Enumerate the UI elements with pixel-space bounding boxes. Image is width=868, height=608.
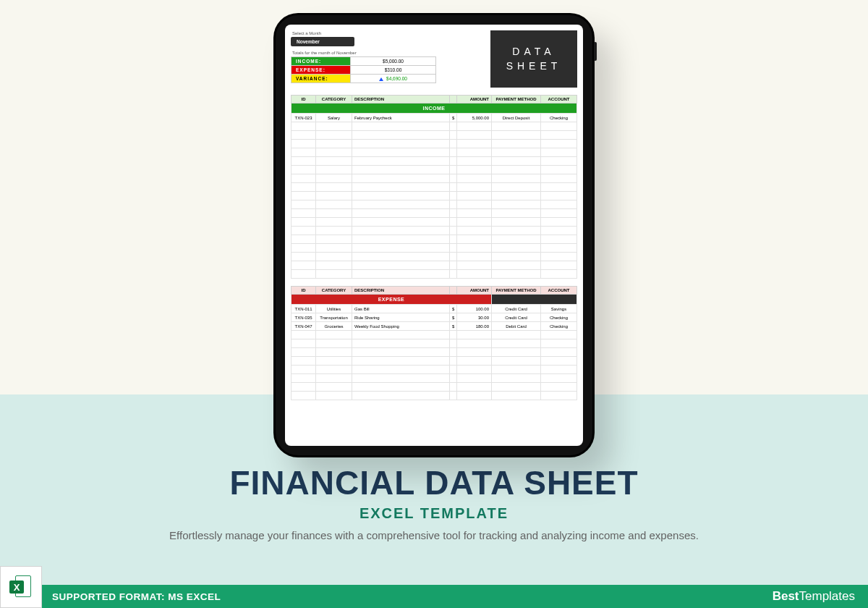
spreadsheet: Select a Month November Totals for the m… [291,30,577,400]
table-row-empty[interactable] [292,140,577,148]
col-amount: AMOUNT [457,96,492,104]
table-row-empty[interactable] [292,209,577,218]
brand-light: Templates [799,589,855,603]
data-sheet-badge: DATA SHEET [490,30,577,88]
table-row-empty[interactable] [292,227,577,235]
select-month-label: Select a Month [291,30,490,37]
table-row-empty[interactable] [292,174,577,183]
table-row-empty[interactable] [292,392,577,400]
month-selector[interactable]: November [291,37,354,46]
totals-table: INCOME: $5,000.00 EXPENSE: $310.00 VARIA… [291,56,436,83]
brand-logo: BestTemplates [773,589,855,604]
table-row-empty[interactable] [292,218,577,227]
table-row-empty[interactable] [292,235,577,244]
col-currency [450,287,457,295]
totals-variance-value: $4,690.00 [351,75,436,83]
supported-format: SUPPORTED FORMAT: MS EXCEL [52,591,221,602]
badge-line1: DATA [512,45,555,59]
col-id: ID [292,287,316,295]
col-description: DESCRIPTION [352,287,450,295]
page-subtitle: EXCEL TEMPLATE [0,505,868,522]
totals-income-label: INCOME: [292,57,351,66]
table-row[interactable]: TXN-011UtilitiesGas Bill$100.00Credit Ca… [292,305,577,313]
badge-line2: SHEET [506,59,562,74]
variance-amount: $4,690.00 [386,76,407,81]
col-id: ID [292,96,316,104]
table-row-empty[interactable] [292,339,577,348]
col-category: CATEGORY [316,287,352,295]
table-row-empty[interactable] [292,366,577,374]
expense-title-dark [492,295,577,305]
col-amount: AMOUNT [457,287,492,295]
table-row-empty[interactable] [292,331,577,339]
table-row-empty[interactable] [292,383,577,392]
table-row[interactable]: TXN-047GroceriesWeekly Food Shopping$180… [292,322,577,331]
col-currency [450,96,457,104]
footer-bar: X SUPPORTED FORMAT: MS EXCEL BestTemplat… [0,585,868,608]
table-row-empty[interactable] [292,244,577,253]
table-row-empty[interactable] [292,374,577,383]
table-row-empty[interactable] [292,357,577,366]
brand-bold: Best [773,589,799,603]
col-payment: PAYMENT METHOD [492,287,541,295]
table-row[interactable]: TXN-023SalaryFebruary Paycheck$5,000.00D… [292,114,577,122]
totals-caption: Totals for the month of November [291,51,490,55]
table-row-empty[interactable] [292,122,577,131]
table-row-empty[interactable] [292,261,577,270]
table-row-empty[interactable] [292,200,577,209]
income-title: INCOME [292,104,577,114]
table-row-empty[interactable] [292,253,577,261]
page-title: FINANCIAL DATA SHEET [0,463,868,502]
table-row-empty[interactable] [292,348,577,357]
col-payment: PAYMENT METHOD [492,96,541,104]
col-account: ACCOUNT [541,287,577,295]
col-account: ACCOUNT [541,96,577,104]
excel-icon-box: X [0,566,42,608]
tablet-frame: Select a Month November Totals for the m… [273,13,595,457]
table-row-empty[interactable] [292,166,577,174]
hero-block: FINANCIAL DATA SHEET EXCEL TEMPLATE Effo… [0,463,868,541]
table-row-empty[interactable] [292,192,577,200]
totals-income-value: $5,000.00 [351,57,436,66]
table-row-empty[interactable] [292,131,577,140]
table-row-empty[interactable] [292,157,577,166]
format-label: SUPPORTED FORMAT: [52,591,168,602]
format-value: MS EXCEL [168,591,221,602]
col-description: DESCRIPTION [352,96,450,104]
arrow-up-icon [379,77,383,81]
totals-variance-label: VARIANCE: [292,75,351,83]
tablet-power-button [594,42,597,61]
excel-icon: X [8,574,34,600]
table-row[interactable]: TXN-035TransportationRide Sharing$30.00C… [292,313,577,322]
tablet-screen: Select a Month November Totals for the m… [285,25,583,446]
table-row-empty[interactable] [292,148,577,157]
income-table: INCOME ID CATEGORY DESCRIPTION AMOUNT PA… [291,95,577,279]
totals-expense-value: $310.00 [351,66,436,75]
table-row-empty[interactable] [292,183,577,192]
totals-expense-label: EXPENSE: [292,66,351,75]
excel-x: X [9,580,24,594]
expense-table: EXPENSE ID CATEGORY DESCRIPTION AMOUNT P… [291,286,577,400]
table-row-empty[interactable] [292,270,577,279]
col-category: CATEGORY [316,96,352,104]
expense-title: EXPENSE [292,295,492,305]
page-tagline: Effortlessly manage your finances with a… [0,529,868,541]
